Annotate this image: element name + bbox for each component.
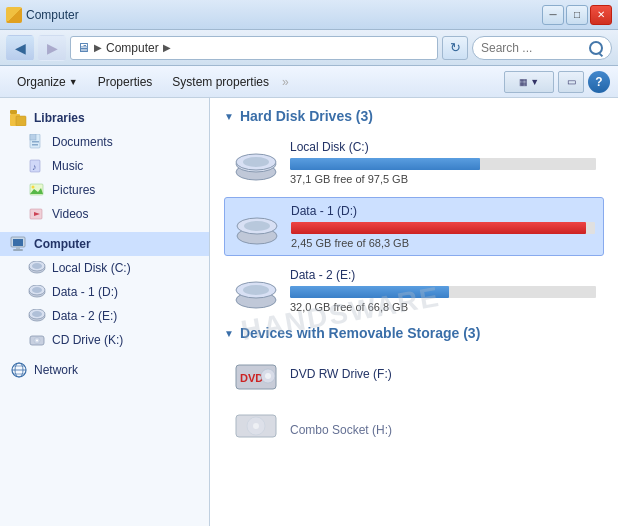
data-d-drive-icon: [233, 208, 281, 246]
sidebar-item-cd-k[interactable]: CD Drive (K:): [0, 328, 209, 352]
sidebar-item-documents[interactable]: Documents: [0, 130, 209, 154]
title-controls: ─ □ ✕: [542, 5, 612, 25]
libraries-label: Libraries: [34, 111, 85, 125]
data-d-info: Data - 1 (D:) 2,45 GB free of 68,3 GB: [291, 204, 595, 249]
close-button[interactable]: ✕: [590, 5, 612, 25]
svg-point-29: [36, 340, 38, 342]
data-d-icon: [28, 283, 46, 301]
organize-button[interactable]: Organize ▼: [8, 69, 87, 95]
data-e-name: Data - 2 (E:): [290, 268, 596, 282]
data-d-bar-container: [291, 222, 595, 234]
local-c-bar: [290, 158, 480, 170]
properties-button[interactable]: Properties: [89, 69, 162, 95]
path-end-arrow: ▶: [163, 42, 171, 53]
sidebar-item-computer[interactable]: Computer: [0, 232, 209, 256]
sidebar-item-network[interactable]: Network: [0, 358, 209, 382]
data-e-free: 32,0 GB free of 66,8 GB: [290, 301, 596, 313]
system-properties-button[interactable]: System properties: [163, 69, 278, 95]
organize-label: Organize: [17, 75, 66, 89]
data-d-bar: [291, 222, 586, 234]
svg-text:♪: ♪: [32, 162, 37, 172]
disk-entry-data-e[interactable]: Data - 2 (E:) 32,0 GB free of 66,8 GB: [224, 262, 604, 319]
collapse-hard-disk[interactable]: ▼: [224, 111, 234, 122]
toolbar-more[interactable]: »: [280, 75, 291, 89]
svg-rect-16: [16, 247, 20, 249]
disk-entry-local-c[interactable]: Local Disk (C:) 37,1 GB free of 97,5 GB: [224, 134, 604, 191]
disk-entry-dvd-f[interactable]: DVD DVD RW Drive (F:): [224, 351, 604, 401]
svg-rect-2: [16, 116, 26, 126]
local-c-bar-container: [290, 158, 596, 170]
hard-disk-section-header: ▼ Hard Disk Drives (3): [224, 108, 604, 124]
svg-point-23: [32, 287, 42, 293]
address-bar: ◀ ▶ 🖥 ▶ Computer ▶ ↻: [0, 30, 618, 66]
dvd-f-info: DVD RW Drive (F:): [290, 367, 596, 385]
hard-disk-title: Hard Disk Drives (3): [240, 108, 373, 124]
sidebar: Libraries Documents ♪: [0, 98, 210, 526]
collapse-removable[interactable]: ▼: [224, 328, 234, 339]
svg-point-49: [265, 373, 271, 379]
svg-point-26: [32, 311, 42, 317]
sidebar-item-music[interactable]: ♪ Music: [0, 154, 209, 178]
videos-icon: [28, 205, 46, 223]
sidebar-item-videos[interactable]: Videos: [0, 202, 209, 226]
data-e-icon: [28, 307, 46, 325]
data-e-bar-container: [290, 286, 596, 298]
toolbar-right: ▦ ▼ ▭ ?: [504, 71, 610, 93]
svg-rect-5: [32, 141, 39, 143]
libraries-icon: [10, 109, 28, 127]
back-button[interactable]: ◀: [6, 35, 34, 61]
svg-point-42: [244, 221, 270, 231]
svg-point-20: [32, 263, 42, 269]
layout-button[interactable]: ▭: [558, 71, 584, 93]
svg-rect-4: [30, 134, 36, 140]
svg-point-39: [243, 157, 269, 167]
svg-rect-17: [13, 249, 23, 251]
sidebar-section-libraries: Libraries Documents ♪: [0, 106, 209, 226]
disk-entry-combo[interactable]: Combo Socket (H:): [224, 407, 604, 457]
music-icon: ♪: [28, 157, 46, 175]
title-bar-left: Computer: [6, 7, 79, 23]
data-d-name: Data - 1 (D:): [291, 204, 595, 218]
computer-sidebar-icon: [10, 235, 28, 253]
network-icon: [10, 361, 28, 379]
sidebar-item-libraries[interactable]: Libraries: [0, 106, 209, 130]
sidebar-item-pictures[interactable]: Pictures: [0, 178, 209, 202]
local-c-name: Local Disk (C:): [290, 140, 596, 154]
computer-label: Computer: [34, 237, 91, 251]
combo-info: Combo Socket (H:): [290, 423, 596, 441]
documents-icon: [28, 133, 46, 151]
svg-rect-6: [32, 144, 38, 146]
path-label: Computer: [106, 41, 159, 55]
data-e-bar: [290, 286, 449, 298]
disk-entry-data-d[interactable]: Data - 1 (D:) 2,45 GB free of 68,3 GB: [224, 197, 604, 256]
search-box: [472, 36, 612, 60]
search-input[interactable]: [481, 41, 585, 55]
combo-drive-icon: [232, 413, 280, 451]
removable-section-header: ▼ Devices with Removable Storage (3): [224, 325, 604, 341]
forward-button[interactable]: ▶: [38, 35, 66, 61]
data-e-drive-icon: [232, 272, 280, 310]
sidebar-item-local-c[interactable]: Local Disk (C:): [0, 256, 209, 280]
maximize-button[interactable]: □: [566, 5, 588, 25]
refresh-button[interactable]: ↻: [442, 36, 468, 60]
dvd-f-name: DVD RW Drive (F:): [290, 367, 596, 381]
search-icon: [589, 41, 603, 55]
view-options-button[interactable]: ▦ ▼: [504, 71, 554, 93]
sidebar-section-network: Network: [0, 358, 209, 382]
sidebar-item-data-e[interactable]: Data - 2 (E:): [0, 304, 209, 328]
window-icon: [6, 7, 22, 23]
documents-label: Documents: [52, 135, 113, 149]
network-label: Network: [34, 363, 78, 377]
content-pane: HANDSWARE ▼ Hard Disk Drives (3) Local D…: [210, 98, 618, 526]
svg-point-52: [253, 423, 259, 429]
local-c-drive-icon: [232, 144, 280, 182]
window-title: Computer: [26, 8, 79, 22]
toolbar: Organize ▼ Properties System properties …: [0, 66, 618, 98]
sidebar-item-data-d[interactable]: Data - 1 (D:): [0, 280, 209, 304]
path-arrow: ▶: [94, 42, 102, 53]
help-button[interactable]: ?: [588, 71, 610, 93]
address-path[interactable]: 🖥 ▶ Computer ▶: [70, 36, 438, 60]
svg-rect-15: [13, 239, 23, 246]
sidebar-section-computer: Computer Local Disk (C:): [0, 232, 209, 352]
minimize-button[interactable]: ─: [542, 5, 564, 25]
